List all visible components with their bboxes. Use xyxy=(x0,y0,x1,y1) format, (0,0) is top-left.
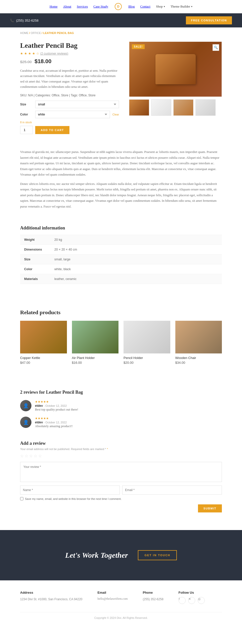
rate-star-1[interactable]: ☆ xyxy=(20,454,24,458)
add-to-cart-button[interactable]: ADD TO CART xyxy=(35,126,69,134)
additional-info-table: Weight20 kgDimensions20 × 20 × 40 cmSize… xyxy=(20,235,222,284)
product-details: Leather Pencil Bag ★ ★ ★ ★ ☆ (2 customer… xyxy=(20,42,119,134)
product-card-name: Copper Kettle xyxy=(20,356,67,360)
nav-shop-dropdown[interactable]: Shop ▾ xyxy=(156,5,165,9)
additional-info-title: Additional information xyxy=(20,225,222,231)
chevron-down-icon: ▾ xyxy=(164,5,165,8)
product-card-price: $34.00 xyxy=(175,361,222,365)
product-rating: ★ ★ ★ ★ ☆ (2 customer reviews) xyxy=(20,52,119,56)
product-card-image xyxy=(175,321,222,353)
review-note: Your email address will not be published… xyxy=(20,448,222,451)
info-table-row: Dimensions20 × 20 × 40 cm xyxy=(20,245,222,255)
cta-button[interactable]: GET IN TOUCH xyxy=(138,550,177,560)
phone-icon: 📞 xyxy=(10,19,14,22)
footer-address-text: 1234 Divi St. #1000, San Francisco, CA 9… xyxy=(20,597,82,602)
review-inputs xyxy=(20,486,222,495)
submit-review-button[interactable]: SUBMIT xyxy=(198,504,222,512)
long-desc-1: Vivamus id gravida mi, nec ullamcorper p… xyxy=(20,149,222,178)
facebook-icon[interactable]: f xyxy=(179,597,186,604)
related-product-card[interactable]: Copper Kettle $47.00 xyxy=(20,321,67,365)
product-card-price: $16.00 xyxy=(72,361,119,365)
review-count[interactable]: (2 customer reviews) xyxy=(40,52,68,55)
footer-grid: Address 1234 Divi St. #1000, San Francis… xyxy=(20,591,222,605)
instagram-icon[interactable]: ◎ xyxy=(198,597,205,604)
product-title: Leather Pencil Bag xyxy=(20,42,119,50)
product-long-description: Vivamus id gravida mi, nec ullamcorper p… xyxy=(0,144,242,220)
info-table-row: Sizesmall, large xyxy=(20,255,222,264)
rate-star-5[interactable]: ☆ xyxy=(38,454,42,458)
nav-home[interactable]: Home xyxy=(50,5,58,9)
thumbnail-4[interactable] xyxy=(195,99,216,116)
info-table-row: Materialsleather, ceramic xyxy=(20,274,222,284)
size-select[interactable]: small medium large xyxy=(35,101,119,108)
star-4: ★ xyxy=(32,52,35,56)
star-3: ★ xyxy=(28,52,31,56)
reviewer-name: etdev xyxy=(35,404,43,408)
quantity-input[interactable] xyxy=(20,126,33,134)
save-info-checkbox[interactable] xyxy=(20,497,23,500)
product-card-price: $47.00 xyxy=(20,361,67,365)
nav-services[interactable]: Services xyxy=(77,5,88,9)
add-review-title: Add a review xyxy=(20,441,222,446)
chevron-down-icon: ▾ xyxy=(191,5,192,8)
footer-address-title: Address xyxy=(20,591,82,594)
footer-phone-text: (255) 352-6258 xyxy=(143,597,164,602)
thumbnail-2[interactable] xyxy=(151,99,171,116)
product-thumbnails xyxy=(129,99,222,116)
zoom-icon[interactable]: 🔍 xyxy=(213,44,219,51)
product-card-name: Wooden Chair xyxy=(175,356,222,360)
related-product-card[interactable]: Air Plant Holder $16.00 xyxy=(72,321,119,365)
info-label: Size xyxy=(20,255,50,264)
nav-about[interactable]: About xyxy=(63,5,71,9)
cta-section: Let's Work Together GET IN TOUCH xyxy=(0,530,242,580)
price-area: $25.00 $18.00 xyxy=(20,58,119,65)
related-product-card[interactable]: Pencil Holder $20.00 xyxy=(124,321,170,365)
info-value: 20 kg xyxy=(50,235,222,245)
footer-copyright: Copyright © 2024 Divi. All Rights Reserv… xyxy=(20,612,222,619)
phone-number: (255) 352-6258 xyxy=(16,19,38,22)
product-meta: SKU: N/A | Categories: Office, Store | T… xyxy=(20,94,119,97)
review-textarea[interactable] xyxy=(20,462,222,482)
cta-title: Let's Work Together xyxy=(65,551,128,559)
breadcrumb-office[interactable]: OFFICE xyxy=(31,31,41,34)
product-card-name: Air Plant Holder xyxy=(72,356,119,360)
product-card-image xyxy=(124,321,170,353)
reviewer-name-input[interactable] xyxy=(20,486,120,495)
product-main-image: SALE! 🔍 xyxy=(129,42,222,97)
header-bar: 📞 (255) 352-6258 FREE CONSULTATION xyxy=(0,13,242,27)
avatar-image: 👤 xyxy=(20,417,31,428)
nav-theme-builder[interactable]: Theme Builder ▾ xyxy=(171,5,192,9)
product-card-name: Pencil Holder xyxy=(124,356,170,360)
color-select[interactable]: white black xyxy=(35,111,110,118)
info-value: white, black xyxy=(50,264,222,274)
product-short-desc: Curabitur arcu erat, accumsan id imperdi… xyxy=(20,68,119,90)
nav-case-study[interactable]: Case Study xyxy=(93,5,108,9)
related-product-card[interactable]: Wooden Chair $34.00 xyxy=(175,321,222,365)
info-value: 20 × 20 × 40 cm xyxy=(50,245,222,255)
related-products-grid: Copper Kettle $47.00 Air Plant Holder $1… xyxy=(20,321,222,365)
save-info-label: Save my name, email, and website in this… xyxy=(25,497,122,500)
rate-star-2[interactable]: ☆ xyxy=(25,454,28,458)
consultation-button[interactable]: FREE CONSULTATION xyxy=(186,16,232,24)
new-price: $18.00 xyxy=(34,58,51,64)
nav-blog[interactable]: Blog xyxy=(128,5,135,9)
rate-star-4[interactable]: ☆ xyxy=(34,454,37,458)
reviews-title: 2 reviews for Leather Pencil Bag xyxy=(20,390,222,395)
footer-follow-title: Follow Us xyxy=(179,591,205,594)
reviewer-name: etdev xyxy=(35,421,43,424)
rating-stars[interactable]: ☆ ☆ ☆ ☆ ☆ xyxy=(20,454,222,458)
clear-filters-link[interactable]: Clear xyxy=(112,113,119,116)
rate-star-3[interactable]: ☆ xyxy=(29,454,33,458)
thumbnail-1[interactable] xyxy=(129,99,149,116)
reviewer-email-input[interactable] xyxy=(122,486,222,495)
product-card-price: $20.00 xyxy=(124,361,170,365)
breadcrumb-home[interactable]: HOME xyxy=(20,31,28,34)
thumbnail-3[interactable] xyxy=(173,99,193,116)
review-item: 👤 ★★★★★ etdev - October 12, 2022 Absolut… xyxy=(20,417,222,428)
old-price: $25.00 xyxy=(20,60,32,64)
twitter-icon[interactable]: ✕ xyxy=(188,597,195,604)
save-info-checkbox-area[interactable]: Save my name, email, and website in this… xyxy=(20,497,222,500)
footer-email-link[interactable]: hello@thelaweifirm.com xyxy=(97,597,128,601)
nav-contact[interactable]: Contact xyxy=(140,5,150,9)
site-logo[interactable]: D xyxy=(115,3,122,10)
